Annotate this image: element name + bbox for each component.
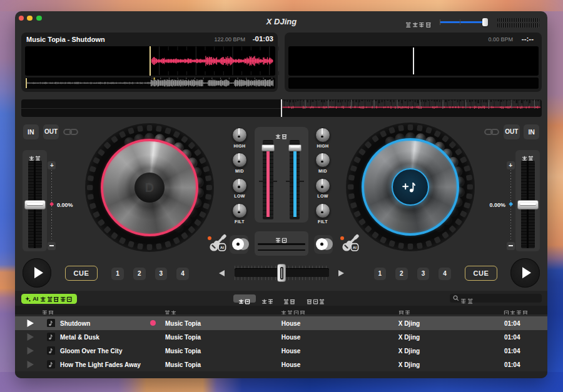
svg-text:AI: AI bbox=[220, 246, 224, 249]
svg-text:AI: AI bbox=[353, 246, 357, 249]
